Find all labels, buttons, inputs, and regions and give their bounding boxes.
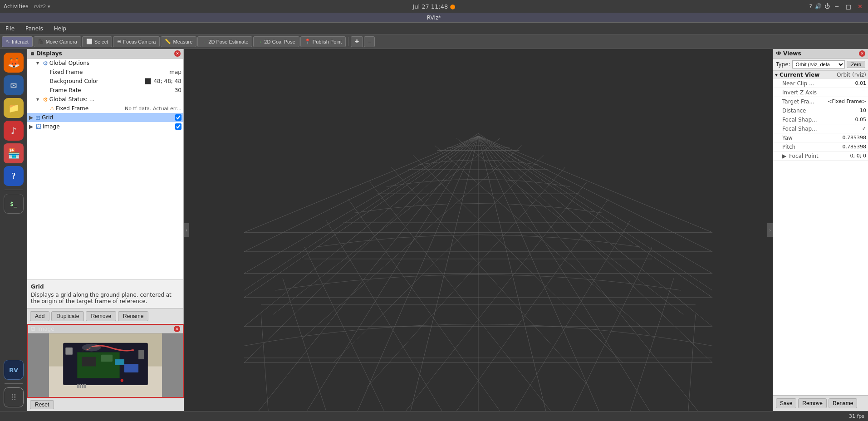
pitch-value[interactable]: 0.785398 (843, 144, 867, 150)
system-tray: ? 🔊 ⏻ − □ ✕ (809, 3, 864, 10)
duplicate-button[interactable]: Duplicate (51, 311, 84, 321)
measure-button[interactable]: 📏 Measure (161, 36, 196, 47)
yaw-value[interactable]: 0.785398 (843, 135, 867, 141)
pose-estimate-button[interactable]: → 2D Pose Estimate (197, 36, 252, 47)
rviz-window-title: RViz* (427, 15, 441, 21)
goal-pose-button[interactable]: → 2D Goal Pose (253, 36, 299, 47)
viewport-collapse-left[interactable]: ‹ (184, 223, 189, 237)
tree-grid[interactable]: ▶ ⊞ Grid (27, 113, 183, 122)
menu-help[interactable]: Help (50, 24, 70, 33)
window-minimize[interactable]: − (833, 3, 841, 10)
invert-z-checkbox[interactable] (861, 90, 866, 95)
move-camera-icon: 🎥 (38, 39, 44, 44)
dock-appstore[interactable]: 🏪 (4, 143, 24, 163)
grid-checkbox[interactable] (175, 114, 181, 121)
interact-icon: ↖ (6, 39, 10, 44)
dock-firefox[interactable]: 🦊 (4, 53, 24, 73)
svg-rect-14 (79, 384, 81, 388)
tree-fixed-frame[interactable]: ▶ Fixed Frame map (27, 68, 183, 77)
goal-pose-icon: → (257, 39, 262, 44)
rename-button[interactable]: Rename (118, 311, 148, 321)
dock-help[interactable]: ? (4, 166, 24, 186)
background-color-swatch[interactable] (145, 78, 151, 84)
views-tree: ▾ Current View Orbit (rviz) Near Clip ..… (773, 71, 868, 395)
remove-button[interactable]: Remove (86, 311, 116, 321)
toolbar: ↖ Interact 🎥 Move Camera ⬜ Select ⊕ Focu… (0, 34, 868, 49)
add-button[interactable]: Add (30, 311, 49, 321)
focal-shape-fixed-label: Focal Shap... (782, 126, 862, 132)
focal-shape-size-value[interactable]: 0.05 (855, 117, 867, 122)
pose-estimate-icon: → (201, 39, 206, 44)
tree-fixed-frame-status[interactable]: ▶ ⚠ Fixed Frame No tf data. Actual err..… (27, 104, 183, 113)
views-remove-button[interactable]: Remove (798, 398, 827, 408)
focal-point-value[interactable]: 0; 0; 0 (850, 153, 866, 159)
focal-point-label: ▶ Focal Point (782, 153, 850, 159)
menu-bar: File Panels Help (0, 23, 868, 34)
displays-panels-container: 🖥 Displays ✕ ▾ ⚙ Global Options ▶ (27, 49, 184, 411)
power-icon[interactable]: ⏻ (824, 3, 830, 10)
views-rename-button[interactable]: Rename (829, 398, 857, 408)
global-options-expand[interactable]: ▾ (36, 60, 43, 66)
publish-point-button[interactable]: 📍 Publish Point (300, 36, 346, 47)
image-label: Image (43, 123, 173, 130)
dock-music[interactable]: ♪ (4, 121, 24, 141)
select-button[interactable]: ⬜ Select (82, 36, 113, 47)
tree-image[interactable]: ▶ 🖼 Image (27, 122, 183, 131)
focal-shape-fixed-value[interactable]: ✓ (862, 126, 866, 132)
views-focal-shape-fixed: Focal Shap... ✓ (773, 124, 868, 133)
target-frame-value[interactable]: <Fixed Frame> (828, 98, 866, 104)
frame-rate-label: Frame Rate (50, 87, 173, 93)
views-panel-close[interactable]: ✕ (859, 50, 865, 57)
frame-rate-value: 30 (175, 87, 181, 93)
distance-value[interactable]: 10 (860, 108, 866, 113)
fixed-frame-label: Fixed Frame (50, 69, 167, 75)
svg-rect-16 (84, 384, 86, 388)
image-expand[interactable]: ▶ (29, 123, 35, 130)
views-save-button[interactable]: Save (776, 398, 796, 408)
volume-icon[interactable]: 🔊 (815, 3, 822, 10)
interact-button[interactable]: ↖ Interact (2, 36, 33, 47)
near-clip-value[interactable]: 0.01 (855, 80, 867, 86)
menu-panels[interactable]: Panels (22, 24, 47, 33)
distance-label: Distance (782, 108, 860, 114)
dock-files[interactable]: 📁 (4, 98, 24, 118)
dock-apps-grid[interactable]: ⠿ (4, 387, 24, 407)
views-current-view-header[interactable]: ▾ Current View Orbit (rviz) (773, 71, 868, 79)
reset-area: Reset (27, 398, 184, 411)
image-panel-close[interactable]: ✕ (174, 326, 180, 332)
fixed-frame-value: map (169, 69, 181, 75)
tree-global-status[interactable]: ▾ ⚙ Global Status: ... (27, 95, 183, 104)
minus-button[interactable]: − (364, 36, 375, 47)
global-options-label: Global Options (49, 60, 181, 66)
add-display-button[interactable]: ✚ (351, 36, 363, 47)
views-near-clip: Near Clip ... 0.01 (773, 79, 868, 88)
global-status-expand[interactable]: ▾ (36, 96, 43, 103)
dock-terminal[interactable]: $_ (4, 194, 24, 214)
tree-global-options[interactable]: ▾ ⚙ Global Options (27, 59, 183, 68)
displays-panel-close[interactable]: ✕ (174, 50, 181, 57)
dock-rviz[interactable]: RV (4, 360, 24, 380)
views-panel-title: Views (783, 50, 801, 57)
image-checkbox[interactable] (175, 123, 181, 130)
current-view-expand[interactable]: ▾ (775, 72, 778, 78)
viewport-collapse-right[interactable]: › (767, 223, 773, 237)
help-tray-icon[interactable]: ? (809, 3, 812, 10)
menu-file[interactable]: File (2, 24, 18, 33)
displays-panel-icon: 🖥 (30, 51, 34, 56)
global-options-icon: ⚙ (43, 60, 48, 67)
tree-frame-rate[interactable]: ▶ Frame Rate 30 (27, 86, 183, 95)
dock-separator-2 (5, 383, 23, 384)
activities-button[interactable]: Activities (4, 3, 29, 10)
grid-expand[interactable]: ▶ (29, 114, 35, 121)
views-zero-button[interactable]: Zero (847, 61, 865, 68)
views-type-select[interactable]: Orbit (rviz_defa (792, 60, 845, 69)
dock-email[interactable]: ✉ (4, 75, 24, 95)
window-maximize[interactable]: □ (844, 3, 853, 10)
reset-button[interactable]: Reset (30, 400, 54, 409)
focus-camera-button[interactable]: ⊕ Focus Camera (113, 36, 160, 47)
viewport-3d[interactable]: ‹ › (184, 49, 773, 411)
move-camera-button[interactable]: 🎥 Move Camera (34, 36, 81, 47)
window-close[interactable]: ✕ (856, 3, 864, 10)
svg-rect-5 (82, 357, 96, 367)
tree-background-color[interactable]: ▶ Background Color 48; 48; 48 (27, 77, 183, 86)
